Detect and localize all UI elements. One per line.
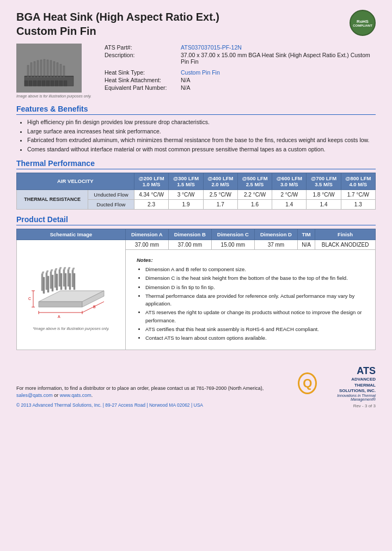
features-list: High efficiency pin fin design provides … [16, 118, 376, 154]
svg-rect-10 [57, 63, 58, 77]
svg-rect-15 [29, 81, 32, 86]
svg-marker-31 [50, 272, 52, 289]
svg-rect-18 [42, 81, 45, 86]
product-detail-col: TIM [297, 229, 315, 240]
svg-rect-16 [33, 81, 36, 86]
svg-rect-5 [40, 60, 42, 77]
page-number: Rev - 3 of 3 [298, 403, 376, 408]
footer-email-link[interactable]: sales@qats.com [16, 393, 53, 398]
thermal-col-2: @400 LFM2.0 M/S [203, 173, 237, 189]
svg-marker-33 [54, 271, 56, 287]
svg-rect-22 [59, 81, 63, 86]
table-row: THERMAL RESISTANCEUnducted Flow4.34 °C/W… [17, 189, 376, 199]
svg-marker-44 [47, 276, 49, 292]
svg-marker-42 [72, 268, 75, 271]
features-title: Features & Benefits [16, 105, 376, 115]
thermal-row-label: Ducted Flow [88, 199, 134, 209]
svg-marker-34 [54, 268, 57, 271]
svg-marker-47 [60, 273, 62, 290]
svg-rect-23 [64, 81, 67, 86]
thermal-col-1: @300 LFM1.5 M/S [169, 173, 203, 189]
note-item: ATS reserves the right to update or chan… [145, 309, 364, 325]
svg-rect-3 [34, 62, 35, 77]
ats-q-icon: Q [298, 372, 317, 394]
attachment-label: Heat Sink Attachment: [102, 76, 179, 84]
thermal-cell: 1.8 °C/W [307, 189, 341, 199]
schematic-cell: C A B *Image above is for illustration p… [17, 240, 126, 350]
description-label: Description: [102, 51, 179, 65]
svg-rect-6 [44, 59, 45, 77]
description-value: 37.00 x 37.00 x 15.00 mm BGA Heat Sink (… [179, 51, 376, 65]
svg-text:B: B [93, 305, 96, 309]
svg-rect-20 [51, 81, 54, 86]
ats-logo: Q ATS ADVANCED THERMAL SOLUTIONS, INC. I… [298, 365, 376, 401]
product-image-note: Image above is for illustration purposes… [16, 94, 91, 98]
thermal-col-6: @800 LFM4.0 M/S [341, 173, 375, 189]
product-detail-table: Schematic ImageDimension ADimension BDim… [16, 229, 376, 351]
product-detail-col: Dimension D [254, 229, 297, 240]
svg-marker-41 [72, 271, 74, 287]
footer-website-link[interactable]: www.qats.com [60, 393, 91, 398]
note-item: Dimension D is fin tip to fin tip. [145, 284, 364, 291]
feature-item: Comes standard without interface materia… [27, 145, 376, 154]
svg-marker-39 [68, 270, 69, 286]
svg-rect-12 [63, 66, 65, 77]
attachment-value: N/A [179, 76, 376, 84]
svg-marker-27 [41, 274, 43, 291]
thermal-cell: 2.5 °C/W [203, 189, 237, 199]
product-detail-col: Dimension B [168, 229, 211, 240]
part-number-label: ATS Part#: [102, 44, 179, 51]
thermal-cell: 2 °C/W [272, 189, 307, 199]
svg-marker-45 [52, 275, 53, 291]
svg-text:A: A [58, 315, 60, 319]
feature-item: High efficiency pin fin design provides … [27, 118, 376, 126]
svg-rect-11 [60, 64, 62, 77]
heatsink-svg [19, 46, 79, 90]
thermal-cell: 1.4 [272, 199, 307, 209]
note-item: Thermal performance data are provided fo… [145, 292, 364, 308]
svg-marker-43 [43, 277, 45, 293]
product-detail-col: Dimension A [126, 229, 169, 240]
thermal-cell: 1.4 [307, 199, 341, 209]
feature-item: Large surface area increases heat sink p… [27, 127, 376, 136]
product-dim-value: 37.00 mm [168, 240, 211, 249]
note-item: Dimension C is the heat sink height from… [145, 274, 364, 282]
thermal-col-5: @700 LFM3.5 M/S [307, 173, 341, 189]
footer-copyright: © 2013 Advanced Thermal Solutions, Inc. … [16, 402, 298, 409]
notes-cell: Notes:Dimension A and B refer to compone… [126, 249, 376, 350]
thermal-cell: 2.2 °C/W [237, 189, 272, 199]
heat-sink-type-value: Custom Pin Fin [179, 69, 376, 76]
svg-rect-4 [37, 60, 39, 77]
product-detail-col: Schematic Image [17, 229, 126, 240]
part-number-value: ATS037037015-PF-12N [179, 44, 376, 51]
svg-marker-32 [50, 270, 53, 272]
schematic-diagram: C A B [28, 242, 115, 323]
thermal-cell: 1.7 °C/W [341, 189, 375, 199]
product-dim-value: N/A [297, 240, 315, 249]
svg-marker-29 [46, 273, 47, 290]
thermal-cell: 1.9 [169, 199, 203, 209]
svg-rect-1 [27, 65, 29, 77]
svg-marker-49 [69, 273, 71, 290]
svg-text:C: C [28, 297, 31, 301]
svg-rect-21 [55, 81, 58, 86]
product-dim-value: BLACK ANODIZED [315, 240, 376, 249]
svg-rect-9 [53, 62, 55, 77]
note-item: Dimension A and B refer to component siz… [145, 266, 364, 273]
thermal-cell: 2.3 [134, 199, 169, 209]
svg-rect-7 [47, 60, 48, 77]
svg-rect-19 [46, 81, 50, 86]
equiv-part-label: Equivalent Part Number: [102, 84, 179, 91]
thermal-col-header: AIR VELOCITY [17, 173, 134, 189]
thermal-cell: 4.34 °C/W [134, 189, 169, 199]
thermal-performance-table: AIR VELOCITY@200 LFM1.0 M/S@300 LFM1.5 M… [16, 173, 376, 210]
product-dim-value: 15.00 mm [211, 240, 254, 249]
note-item: Contact ATS to learn about custom option… [145, 334, 364, 342]
svg-marker-25 [39, 302, 82, 307]
part-info-section: Image above is for illustration purposes… [16, 44, 376, 98]
product-dim-value: 37 mm [254, 240, 297, 249]
product-detail-col: Dimension C [211, 229, 254, 240]
svg-rect-17 [38, 81, 41, 86]
equiv-part-value: N/A [179, 84, 376, 91]
rohs-badge: RoHS COMPLIANT [350, 10, 376, 36]
